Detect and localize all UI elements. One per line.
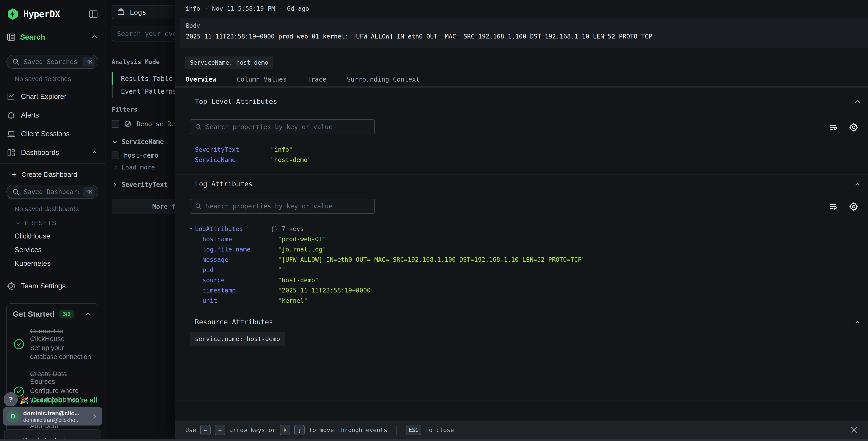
analysis-mode-results-table[interactable]: Results Table — [112, 72, 175, 85]
help-button[interactable]: ? — [4, 392, 18, 406]
create-dashboard-label: Create Dashboard — [22, 171, 77, 178]
sidebar-item-chart-explorer[interactable]: Chart Explorer — [6, 92, 98, 101]
filter-value-host-demo[interactable]: host-demo — [112, 151, 175, 159]
get-started-step[interactable]: Create Data Sources Configure where your… — [13, 370, 92, 413]
attribute-value[interactable]: "host-demo" — [278, 276, 319, 284]
severity-level: info — [185, 5, 200, 12]
attribute-key[interactable]: hostname — [203, 236, 278, 243]
property-search-input[interactable]: Search properties by key or value — [190, 199, 375, 214]
filter-group-servicename[interactable]: ServiceName — [112, 138, 175, 146]
sidebar-item-dashboards[interactable]: Dashboards — [6, 148, 98, 157]
sidebar-item-client-sessions[interactable]: Client Sessions — [6, 129, 98, 139]
arrow-left-key: ← — [200, 425, 211, 435]
user-menu[interactable]: D dominic.tran@clic... dominic.tran@clic… — [3, 407, 102, 425]
chevron-right-icon — [91, 413, 98, 420]
collapse-section-icon[interactable] — [854, 180, 862, 188]
presets-toggle[interactable]: PRESETS — [14, 219, 98, 227]
sidebar-item-clickhouse[interactable]: ClickHouse — [14, 232, 98, 240]
attribute-key[interactable]: pid — [203, 266, 278, 273]
attribute-value[interactable]: "[UFW ALLOW] IN=eth0 OUT= MAC= SRC=192.1… — [278, 256, 585, 263]
chevron-up-icon[interactable] — [91, 149, 98, 156]
arrow-right-key: → — [215, 425, 225, 435]
attribute-key[interactable]: source — [203, 276, 278, 284]
sidebar-item-search[interactable]: Search — [6, 32, 98, 42]
gear-icon[interactable] — [849, 202, 859, 211]
attribute-key[interactable]: SeverityText — [195, 146, 271, 153]
saved-dashboards-input[interactable]: Saved Dashboards ⌘K — [6, 185, 98, 199]
divider — [396, 425, 397, 435]
attribute-row: SeverityText "info" — [195, 144, 859, 155]
attribute-key[interactable]: timestamp — [203, 287, 278, 294]
source-select[interactable]: Logs — [112, 5, 175, 19]
sidebar-item-kubernetes[interactable]: Kubernetes — [14, 260, 98, 268]
shortcut-badge: ⌘K — [83, 57, 95, 66]
section-title: Top Level Attributes — [195, 97, 277, 106]
saved-dashboards-placeholder: Saved Dashboards — [24, 188, 79, 196]
chevron-up-icon[interactable] — [91, 33, 98, 41]
gear-icon — [6, 281, 16, 291]
close-icon[interactable] — [849, 424, 859, 435]
property-search-input[interactable]: Search properties by key or value — [190, 119, 375, 135]
esc-key: ESC — [406, 425, 421, 435]
more-filters-button[interactable]: More filters — [112, 199, 175, 214]
divider — [175, 312, 868, 312]
chevron-right-icon — [113, 165, 118, 170]
wrap-text-icon[interactable] — [828, 202, 838, 211]
get-started-step[interactable]: Connect to ClickHouse Set up your databa… — [13, 327, 92, 361]
sidebar-item-services[interactable]: Services — [14, 246, 98, 254]
sidebar: HyperDX Search Saved Searches ⌘K No save… — [0, 0, 105, 441]
search-icon — [194, 123, 202, 131]
saved-searches-input[interactable]: Saved Searches ⌘K — [6, 55, 98, 69]
analysis-mode-event-patterns[interactable]: Event Patterns — [112, 85, 175, 98]
gear-icon[interactable] — [849, 122, 859, 132]
attribute-value[interactable]: "host-demo" — [271, 156, 311, 163]
collapse-section-icon[interactable] — [854, 98, 862, 106]
wrap-text-icon[interactable] — [828, 122, 838, 132]
expander-icon[interactable] — [189, 227, 193, 231]
attribute-key[interactable]: ServiceName — [195, 156, 271, 163]
attribute-value[interactable]: "journal.log" — [278, 246, 326, 253]
attribute-row: timestamp "2025-11-11T23:58:19+0000" — [195, 285, 859, 295]
brand[interactable]: HyperDX — [6, 8, 98, 21]
filter-group-severitytext[interactable]: SeverityText — [112, 181, 175, 188]
tab-surrounding-context[interactable]: Surrounding Context — [337, 73, 430, 86]
body-label: Body — [186, 22, 863, 29]
chevron-up-icon[interactable] — [84, 310, 92, 318]
attribute-key[interactable]: message — [203, 256, 278, 263]
divider — [106, 50, 175, 50]
denoise-results-checkbox[interactable]: Denoise Results — [112, 120, 175, 128]
attribute-value[interactable]: "info" — [271, 146, 293, 153]
hyperdx-logo-icon — [6, 8, 19, 21]
tab-column-values[interactable]: Column Values — [226, 73, 297, 86]
event-body-card: Body 2025-11-11T23:58:19+0000 prod-web-0… — [180, 18, 868, 48]
attribute-value[interactable]: "2025-11-11T23:58:19+0000" — [278, 287, 374, 294]
attribute-key[interactable]: log.file.name — [203, 246, 278, 253]
sidebar-item-label: Dashboards — [21, 149, 59, 157]
checkbox[interactable] — [112, 120, 119, 128]
search-section-icon — [6, 32, 16, 42]
tab-overview[interactable]: Overview — [175, 73, 226, 86]
tab-trace[interactable]: Trace — [297, 73, 337, 86]
attribute-value[interactable]: "" — [278, 266, 285, 273]
collapse-sidebar-icon[interactable] — [88, 9, 98, 19]
event-meta: info · Nov 11 5:58:19 PM · 6d ago — [185, 5, 309, 12]
app-title: HyperDX — [23, 9, 60, 19]
attribute-row: ServiceName "host-demo" — [195, 155, 859, 165]
attribute-value[interactable]: "kernel" — [278, 297, 308, 304]
collapse-section-icon[interactable] — [854, 319, 862, 327]
chevron-down-icon — [112, 139, 118, 145]
top-level-attributes-section: Top Level Attributes Search properties b… — [175, 97, 868, 106]
attribute-key[interactable]: unit — [203, 297, 278, 304]
resource-attribute-chip[interactable]: service.name: host-demo — [190, 332, 285, 346]
attribute-value[interactable]: "prod-web-01" — [278, 236, 326, 243]
sidebar-item-label: Alerts — [21, 111, 39, 119]
sidebar-item-alerts[interactable]: Alerts — [6, 111, 98, 120]
sidebar-item-team-settings[interactable]: Team Settings — [6, 281, 98, 291]
load-more-button[interactable]: Load more — [112, 164, 175, 171]
presets-label: PRESETS — [25, 219, 57, 227]
create-dashboard-button[interactable]: Create Dashboard — [6, 171, 98, 178]
attribute-key[interactable]: LogAttributes — [195, 225, 271, 232]
checkbox[interactable] — [112, 151, 119, 159]
event-search-input[interactable]: Search your events... — [112, 26, 175, 41]
servicename-chip[interactable]: ServiceName: host-demo — [185, 57, 273, 69]
